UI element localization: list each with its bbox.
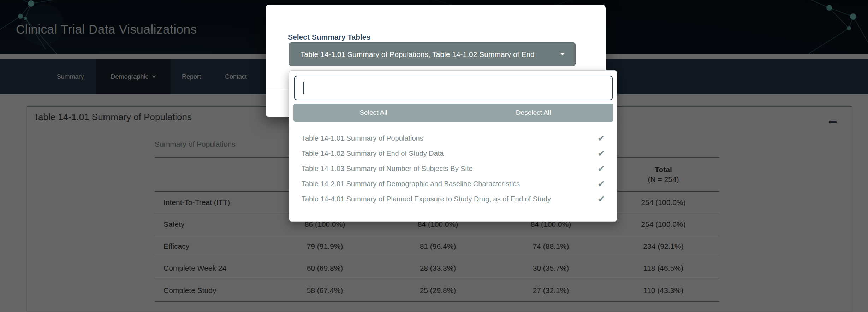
option-table-14-2-01[interactable]: Table 14-2.01 Summary of Demographic and… bbox=[289, 176, 618, 192]
multiselect-dropdown-panel: Select All Deselect All Table 14-1.01 Su… bbox=[289, 70, 617, 222]
check-icon: ✔ bbox=[598, 134, 605, 143]
app-screen: Clinical Trial Data Visualizations Summa… bbox=[0, 0, 868, 312]
option-table-14-1-02[interactable]: Table 14-1.02 Summary of End of Study Da… bbox=[289, 146, 618, 161]
check-icon: ✔ bbox=[598, 149, 605, 158]
text-cursor bbox=[303, 82, 304, 94]
dropdown-search-input[interactable] bbox=[294, 76, 613, 100]
check-icon: ✔ bbox=[598, 164, 605, 173]
option-table-14-4-01[interactable]: Table 14-4.01 Summary of Planned Exposur… bbox=[289, 192, 618, 207]
modal-input-label: Select Summary Tables bbox=[288, 33, 370, 41]
check-icon: ✔ bbox=[598, 195, 605, 204]
caret-down-icon bbox=[560, 53, 565, 55]
option-table-14-1-01[interactable]: Table 14-1.01 Summary of Populations ✔ bbox=[289, 131, 618, 146]
check-icon: ✔ bbox=[598, 179, 605, 188]
option-table-14-1-03[interactable]: Table 14-1.03 Summary of Number of Subje… bbox=[289, 161, 618, 176]
dropdown-selected-text: Table 14-1.01 Summary of Populations, Ta… bbox=[301, 50, 555, 59]
dropdown-options-list: Table 14-1.01 Summary of Populations ✔ T… bbox=[289, 131, 618, 207]
deselect-all-button[interactable]: Deselect All bbox=[453, 104, 613, 122]
summary-tables-dropdown-button[interactable]: Table 14-1.01 Summary of Populations, Ta… bbox=[289, 42, 576, 66]
select-all-button[interactable]: Select All bbox=[293, 104, 453, 122]
dropdown-actions-bar: Select All Deselect All bbox=[293, 104, 613, 122]
